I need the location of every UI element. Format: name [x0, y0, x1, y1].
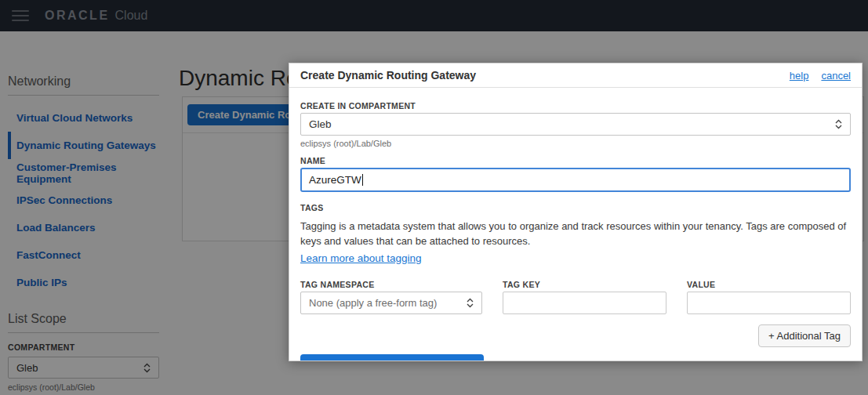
create-drg-modal: Create Dynamic Routing Gateway help canc… — [289, 63, 863, 361]
tags-label: TAGS — [300, 203, 851, 212]
tag-key-input[interactable] — [503, 292, 666, 314]
modal-header: Create Dynamic Routing Gateway help canc… — [289, 63, 862, 88]
tag-namespace-value: None (apply a free-form tag) — [309, 297, 437, 309]
tag-value-input[interactable] — [687, 292, 851, 314]
tag-namespace-select[interactable]: None (apply a free-form tag) — [300, 292, 482, 314]
modal-body: CREATE IN COMPARTMENT Gleb eclipsys (roo… — [289, 101, 862, 361]
create-in-compartment-label: CREATE IN COMPARTMENT — [300, 101, 851, 111]
tag-value-label: VALUE — [687, 280, 851, 289]
additional-tag-button[interactable]: + Additional Tag — [758, 324, 851, 347]
create-in-compartment-select[interactable]: Gleb — [300, 113, 851, 136]
chevron-updown-icon — [467, 298, 474, 308]
chevron-updown-icon — [835, 119, 842, 129]
name-input-value: AzureGTW — [309, 174, 361, 186]
text-cursor — [362, 174, 363, 186]
create-in-compartment-path: eclipsys (root)/Lab/Gleb — [300, 139, 851, 148]
tag-namespace-label: TAG NAMESPACE — [300, 280, 482, 289]
tags-description: Tagging is a metadata system that allows… — [300, 219, 851, 248]
tag-key-label: TAG KEY — [503, 280, 666, 289]
name-label: NAME — [300, 156, 851, 165]
cancel-link[interactable]: cancel — [821, 70, 851, 82]
learn-more-tagging-link[interactable]: Learn more about tagging — [300, 252, 422, 264]
help-link[interactable]: help — [790, 70, 809, 82]
name-input[interactable]: AzureGTW — [300, 168, 851, 192]
modal-title: Create Dynamic Routing Gateway — [300, 69, 476, 82]
create-drg-submit-button[interactable]: Create Dynamic Routing Gateway — [300, 354, 484, 361]
create-in-compartment-value: Gleb — [309, 118, 332, 130]
tag-row: TAG NAMESPACE None (apply a free-form ta… — [300, 280, 851, 314]
